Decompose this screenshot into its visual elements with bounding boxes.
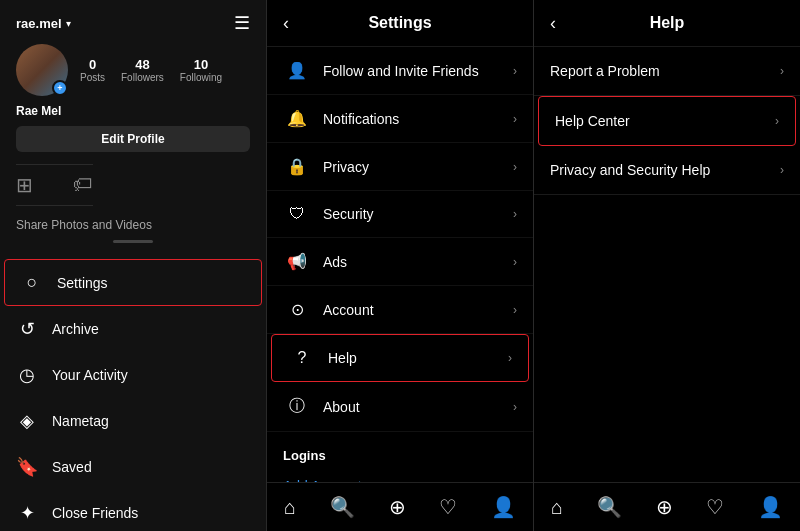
menu-item-your-activity[interactable]: ◷ Your Activity	[0, 352, 266, 398]
settings-item-notifications[interactable]: 🔔 Notifications ›	[267, 95, 533, 143]
heart-nav-icon[interactable]: ♡	[706, 495, 724, 519]
nametag-icon: ◈	[16, 410, 38, 432]
grid-icons-row: ⊞ 🏷	[16, 164, 93, 206]
arrow-icon: ›	[513, 160, 517, 174]
plus-nav-icon[interactable]: ⊕	[656, 495, 673, 519]
security-icon: 🛡	[283, 205, 311, 223]
stat-posts-number: 0	[89, 57, 96, 72]
settings-item-follow-label: Follow and Invite Friends	[323, 63, 513, 79]
arrow-icon: ›	[513, 64, 517, 78]
profile-nav-icon[interactable]: 👤	[758, 495, 783, 519]
follow-invite-icon: 👤	[283, 61, 311, 80]
username-row[interactable]: rae.mel ▾	[16, 16, 71, 31]
settings-header: ‹ Settings	[267, 0, 533, 47]
bottom-nav-help: ⌂ 🔍 ⊕ ♡ 👤	[534, 482, 800, 531]
menu-item-settings-label: Settings	[57, 275, 108, 291]
avatar	[16, 44, 68, 96]
ads-icon: 📢	[283, 252, 311, 271]
profile-nav-icon[interactable]: 👤	[491, 495, 516, 519]
settings-item-account-label: Account	[323, 302, 513, 318]
profile-name: Rae Mel	[16, 104, 61, 118]
stat-following-label: Following	[180, 72, 222, 83]
tag-view-icon[interactable]: 🏷	[73, 173, 93, 197]
stat-posts-label: Posts	[80, 72, 105, 83]
edit-profile-button[interactable]: Edit Profile	[16, 126, 250, 152]
about-icon: ⓘ	[283, 396, 311, 417]
privacy-icon: 🔒	[283, 157, 311, 176]
help-back-button[interactable]: ‹	[550, 13, 556, 34]
menu-item-nametag-label: Nametag	[52, 413, 109, 429]
help-item-report[interactable]: Report a Problem ›	[534, 47, 800, 96]
divider	[113, 240, 153, 243]
activity-icon: ◷	[16, 364, 38, 386]
arrow-icon: ›	[513, 400, 517, 414]
grid-view-icon[interactable]: ⊞	[16, 173, 33, 197]
arrow-icon: ›	[780, 64, 784, 78]
bottom-nav-settings: ⌂ 🔍 ⊕ ♡ 👤	[267, 482, 533, 531]
profile-top-row: rae.mel ▾ ☰	[16, 12, 250, 34]
avatar-add-badge[interactable]	[52, 80, 68, 96]
menu-item-saved[interactable]: 🔖 Saved	[0, 444, 266, 490]
settings-item-ads[interactable]: 📢 Ads ›	[267, 238, 533, 286]
settings-item-privacy[interactable]: 🔒 Privacy ›	[267, 143, 533, 191]
help-item-help-center[interactable]: Help Center ›	[538, 96, 796, 146]
settings-item-help-label: Help	[328, 350, 508, 366]
settings-item-privacy-label: Privacy	[323, 159, 513, 175]
menu-item-saved-label: Saved	[52, 459, 92, 475]
settings-item-help[interactable]: ? Help ›	[271, 334, 529, 382]
archive-icon: ↺	[16, 318, 38, 340]
menu-item-close-friends[interactable]: ✦ Close Friends	[0, 490, 266, 531]
settings-item-follow-invite[interactable]: 👤 Follow and Invite Friends ›	[267, 47, 533, 95]
help-list: Report a Problem › Help Center › Privacy…	[534, 47, 800, 482]
menu-item-nametag[interactable]: ◈ Nametag	[0, 398, 266, 444]
menu-item-settings[interactable]: ○ Settings	[4, 259, 262, 306]
panel-help: ‹ Help Report a Problem › Help Center › …	[534, 0, 800, 531]
search-nav-icon[interactable]: 🔍	[330, 495, 355, 519]
home-nav-icon[interactable]: ⌂	[284, 496, 296, 519]
settings-item-about[interactable]: ⓘ About ›	[267, 382, 533, 432]
stats-row: 0 Posts 48 Followers 10 Following	[80, 57, 222, 83]
back-button[interactable]: ‹	[283, 13, 289, 34]
share-photos-text: Share Photos and Videos	[16, 210, 152, 236]
profile-header: rae.mel ▾ ☰ 0 Posts 48 Followers 10	[0, 0, 266, 259]
help-item-privacy-security[interactable]: Privacy and Security Help ›	[534, 146, 800, 195]
menu-item-archive-label: Archive	[52, 321, 99, 337]
search-nav-icon[interactable]: 🔍	[597, 495, 622, 519]
settings-icon: ○	[21, 272, 43, 293]
help-item-report-label: Report a Problem	[550, 63, 780, 79]
settings-title: Settings	[368, 14, 431, 32]
help-icon: ?	[288, 349, 316, 367]
stat-following-number: 10	[194, 57, 208, 72]
home-nav-icon[interactable]: ⌂	[551, 496, 563, 519]
panel-settings: ‹ Settings 👤 Follow and Invite Friends ›…	[267, 0, 534, 531]
help-header: ‹ Help	[534, 0, 800, 47]
plus-nav-icon[interactable]: ⊕	[389, 495, 406, 519]
panel-profile: rae.mel ▾ ☰ 0 Posts 48 Followers 10	[0, 0, 267, 531]
menu-item-activity-label: Your Activity	[52, 367, 128, 383]
stat-followers: 48 Followers	[121, 57, 164, 83]
settings-item-ads-label: Ads	[323, 254, 513, 270]
username: rae.mel	[16, 16, 62, 31]
close-friends-icon: ✦	[16, 502, 38, 524]
settings-item-security[interactable]: 🛡 Security ›	[267, 191, 533, 238]
arrow-icon: ›	[513, 255, 517, 269]
stat-posts: 0 Posts	[80, 57, 105, 83]
arrow-icon: ›	[513, 303, 517, 317]
hamburger-icon[interactable]: ☰	[234, 12, 250, 34]
logins-section-label: Logins	[267, 432, 533, 469]
help-item-center-label: Help Center	[555, 113, 775, 129]
profile-info-row: 0 Posts 48 Followers 10 Following	[16, 44, 250, 96]
account-icon: ⊙	[283, 300, 311, 319]
menu-item-archive[interactable]: ↺ Archive	[0, 306, 266, 352]
notifications-icon: 🔔	[283, 109, 311, 128]
arrow-icon: ›	[780, 163, 784, 177]
add-account-item[interactable]: Add Account	[267, 469, 533, 482]
help-title: Help	[650, 14, 685, 32]
heart-nav-icon[interactable]: ♡	[439, 495, 457, 519]
settings-item-notifications-label: Notifications	[323, 111, 513, 127]
stat-following: 10 Following	[180, 57, 222, 83]
arrow-icon: ›	[508, 351, 512, 365]
arrow-icon: ›	[513, 112, 517, 126]
settings-item-account[interactable]: ⊙ Account ›	[267, 286, 533, 334]
help-item-privacy-label: Privacy and Security Help	[550, 162, 780, 178]
